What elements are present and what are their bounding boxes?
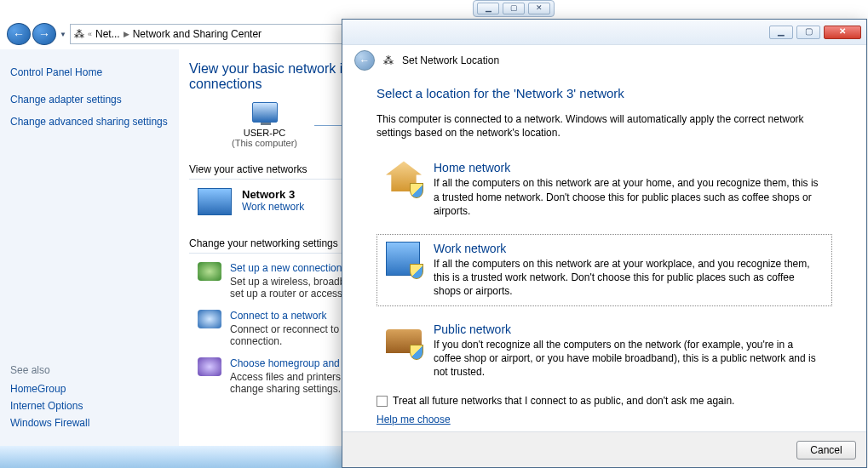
breadcrumb-1[interactable]: Net... (95, 28, 120, 40)
option-public-network[interactable]: Public network If you don't recognize al… (377, 315, 832, 387)
map-node-this-pc[interactable]: USER-PC (This computer) (232, 102, 297, 148)
shield-icon (410, 264, 423, 279)
option-desc: If you don't recognize all the computers… (434, 338, 823, 380)
bg-close-button[interactable]: ✕ (528, 3, 550, 14)
option-desc: If all the computers on this network are… (434, 176, 823, 218)
sidebar-change-adapter[interactable]: Change adapter settings (10, 94, 169, 106)
node-sublabel: (This computer) (232, 138, 297, 148)
set-network-location-dialog: ▁ ▢ ✕ ← ⁂ Set Network Location Select a … (342, 19, 867, 468)
sidebar-advanced-sharing[interactable]: Change advanced sharing settings (10, 116, 169, 128)
network-sharing-icon: ⁂ (74, 28, 84, 40)
see-also-heading: See also (10, 364, 169, 376)
active-network-type-link[interactable]: Work network (242, 201, 304, 213)
nav-back-button[interactable]: ← (7, 23, 31, 45)
dialog-intro: This computer is connected to a network.… (377, 112, 832, 140)
nav-history-dropdown[interactable]: ▼ (58, 31, 68, 38)
office-building-icon (386, 242, 422, 277)
bg-caption-buttons: ▁ ▢ ✕ (473, 0, 555, 17)
dialog-title: Set Network Location (402, 54, 499, 66)
shield-icon (410, 345, 423, 360)
option-work-network[interactable]: Work network If all the computers on thi… (377, 234, 832, 306)
homegroup-icon (198, 357, 221, 376)
active-network-name: Network 3 (242, 188, 304, 201)
computer-icon (252, 102, 278, 123)
dialog-footer: Cancel (342, 431, 866, 467)
option-title: Home network (434, 161, 823, 174)
connect-network-icon (198, 310, 221, 328)
dialog-content: Select a location for the 'Network 3' ne… (342, 76, 866, 431)
bg-maximize-button[interactable]: ▢ (503, 3, 525, 14)
help-me-choose-link[interactable]: Help me choose (377, 414, 451, 425)
cancel-button[interactable]: Cancel (796, 441, 856, 459)
see-also-internet-options[interactable]: Internet Options (10, 400, 169, 412)
option-title: Work network (434, 242, 823, 255)
option-title: Public network (434, 322, 823, 336)
dialog-heading: Select a location for the 'Network 3' ne… (377, 86, 832, 100)
chevron-right-icon[interactable]: ▶ (124, 30, 129, 38)
breadcrumb-2[interactable]: Network and Sharing Center (133, 28, 262, 40)
dialog-titlebar[interactable]: ▁ ▢ ✕ (342, 20, 866, 45)
dialog-close-button[interactable]: ✕ (824, 26, 861, 39)
dialog-header: ← ⁂ Set Network Location (342, 45, 866, 76)
nav-forward-button[interactable]: → (32, 23, 56, 45)
setup-connection-icon (198, 262, 221, 281)
dialog-minimize-button[interactable]: ▁ (769, 26, 793, 39)
see-also-windows-firewall[interactable]: Windows Firewall (10, 417, 169, 429)
bench-icon (386, 322, 422, 358)
node-label: USER-PC (244, 128, 286, 138)
see-also-homegroup[interactable]: HomeGroup (10, 383, 169, 395)
treat-public-checkbox[interactable] (377, 396, 388, 407)
crumb-sep-icon: « (88, 30, 92, 38)
network-building-icon (198, 188, 232, 215)
control-panel-sidebar: Control Panel Home Change adapter settin… (0, 49, 179, 446)
bg-minimize-button[interactable]: ▁ (477, 3, 499, 14)
shield-icon (410, 183, 423, 198)
option-desc: If all the computers on this network are… (434, 257, 823, 299)
dialog-back-button[interactable]: ← (354, 50, 375, 71)
treat-public-row: Treat all future networks that I connect… (377, 395, 832, 407)
dialog-maximize-button[interactable]: ▢ (796, 26, 820, 39)
sidebar-control-panel-home[interactable]: Control Panel Home (10, 66, 169, 78)
network-location-icon: ⁂ (383, 54, 394, 66)
home-icon (386, 161, 422, 197)
option-home-network[interactable]: Home network If all the computers on thi… (377, 153, 832, 225)
treat-public-label[interactable]: Treat all future networks that I connect… (393, 395, 734, 407)
